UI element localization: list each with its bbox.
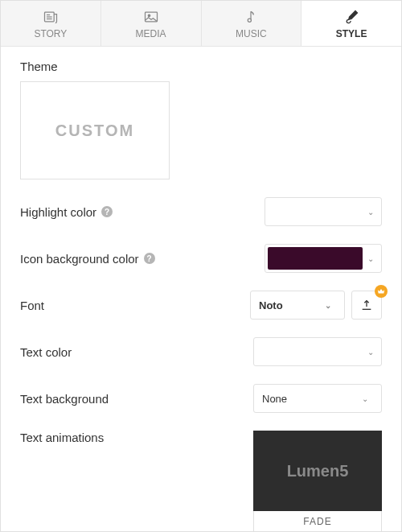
font-value: Noto	[259, 299, 283, 311]
tab-label: MEDIA	[136, 28, 166, 39]
color-swatch-fill	[256, 340, 363, 363]
tabs-bar: STORY MEDIA MUSIC STYLE	[1, 1, 401, 47]
chevron-down-icon: ⌄	[320, 301, 336, 310]
tab-style[interactable]: STYLE	[302, 1, 401, 46]
icon-bg-color-label: Icon background color	[20, 252, 139, 266]
text-background-label: Text background	[20, 392, 109, 406]
tab-media[interactable]: MEDIA	[101, 1, 202, 46]
text-background-value: None	[262, 393, 287, 405]
font-select[interactable]: Noto ⌄	[250, 291, 345, 320]
music-note-icon	[243, 9, 259, 25]
text-animations-label: Text animations	[20, 431, 104, 444]
newspaper-icon	[43, 9, 59, 25]
text-animation-option[interactable]: Lumen5 FADE	[253, 431, 382, 532]
chevron-down-icon: ⌄	[363, 208, 379, 217]
chevron-down-icon: ⌄	[363, 254, 379, 263]
tab-story[interactable]: STORY	[1, 1, 101, 46]
svg-point-5	[148, 14, 150, 16]
color-swatch-fill	[268, 247, 363, 270]
theme-label: Theme	[20, 60, 382, 73]
icon-bg-color-picker[interactable]: ⌄	[265, 244, 382, 273]
tab-label: MUSIC	[236, 28, 267, 39]
text-background-select[interactable]: None ⌄	[253, 384, 382, 413]
premium-badge	[375, 285, 388, 298]
upload-icon	[360, 299, 373, 311]
animation-preview-text: Lumen5	[287, 462, 349, 480]
animation-preview-box: Lumen5	[253, 431, 382, 511]
svg-point-6	[248, 19, 252, 22]
tab-music[interactable]: MUSIC	[202, 1, 302, 46]
upload-font-button[interactable]	[351, 291, 382, 320]
theme-name: CUSTOM	[55, 122, 134, 140]
font-label: Font	[20, 299, 44, 312]
help-icon[interactable]: ?	[101, 206, 113, 217]
animation-name: FADE	[253, 511, 382, 532]
text-color-label: Text color	[20, 345, 72, 359]
brush-icon	[343, 9, 359, 25]
chevron-down-icon: ⌄	[357, 394, 373, 403]
theme-preview[interactable]: CUSTOM	[20, 81, 170, 179]
highlight-color-picker[interactable]: ⌄	[265, 197, 382, 226]
style-panel: Theme CUSTOM Highlight color ? ⌄ Icon ba…	[1, 47, 401, 532]
text-color-picker[interactable]: ⌄	[253, 337, 382, 366]
help-icon[interactable]: ?	[144, 253, 155, 264]
image-icon	[143, 9, 159, 25]
highlight-color-label: Highlight color	[20, 205, 96, 219]
tab-label: STYLE	[336, 28, 367, 39]
crown-icon	[377, 287, 385, 295]
color-swatch-fill	[268, 200, 363, 223]
tab-label: STORY	[34, 28, 67, 39]
chevron-down-icon: ⌄	[363, 348, 379, 357]
